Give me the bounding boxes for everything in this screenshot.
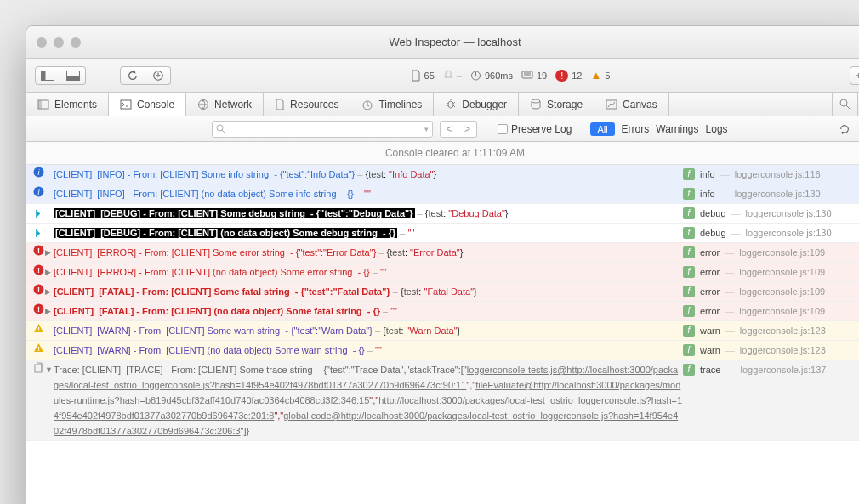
download-button[interactable] — [145, 66, 171, 85]
errors-stat[interactable]: !12 — [555, 70, 582, 82]
tab-search[interactable] — [833, 93, 858, 116]
preserve-log-checkbox[interactable]: Preserve Log — [498, 123, 572, 135]
svg-point-18 — [217, 125, 223, 131]
search-input[interactable] — [225, 124, 424, 134]
log-row-fatal[interactable]: !▶[CLIENT] [FATAL] - From: [CLIENT] (no … — [26, 302, 859, 321]
search-next-button[interactable]: > — [458, 121, 477, 138]
search-prev-button[interactable]: < — [440, 121, 458, 138]
messages-stat[interactable]: 19 — [521, 71, 547, 81]
log-message: [CLIENT] [FATAL] - From: [CLIENT] Some f… — [54, 284, 683, 299]
log-source[interactable]: ftrace—loggerconsole.js:137 — [683, 362, 859, 377]
log-source[interactable]: ferror—loggerconsole.js:109 — [683, 245, 859, 260]
log-row-fatal[interactable]: !▶[CLIENT] [FATAL] - From: [CLIENT] Some… — [26, 282, 859, 302]
zoom-window-button[interactable] — [71, 37, 81, 48]
log-source[interactable]: fwarn—loggerconsole.js:123 — [683, 323, 859, 338]
log-source[interactable]: ferror—loggerconsole.js:109 — [683, 303, 859, 319]
log-source[interactable]: fdebug—loggerconsole.js:130 — [683, 225, 859, 241]
tab-label: Console — [137, 99, 174, 110]
tab-resources[interactable]: Resources — [264, 93, 350, 116]
inspect-element-button[interactable] — [850, 66, 859, 85]
function-icon: f — [683, 305, 695, 317]
tab-network[interactable]: Network — [186, 93, 264, 116]
expand-arrow[interactable]: ▶ — [45, 303, 54, 319]
error-icon: ! — [31, 264, 45, 275]
log-source[interactable]: ferror—loggerconsole.js:109 — [683, 284, 859, 299]
log-row-debug[interactable]: ⏵[CLIENT] [DEBUG] - From: [CLIENT] Some … — [26, 204, 859, 224]
close-window-button[interactable] — [37, 37, 47, 48]
tab-console[interactable]: Console — [109, 93, 186, 116]
tab-label: Network — [214, 99, 252, 110]
source-location: loggerconsole.js:130 — [735, 186, 821, 201]
log-message: [CLIENT] [WARN] - From: [CLIENT] (no dat… — [54, 343, 683, 358]
dock-left-button[interactable] — [35, 66, 60, 85]
resources-count: 65 — [424, 71, 435, 81]
search-dropdown-icon[interactable]: ▾ — [424, 125, 429, 133]
log-row-info[interactable]: i[CLIENT] [INFO] - From: [CLIENT] Some i… — [26, 165, 859, 184]
log-row-warn[interactable]: ![CLIENT] [WARN] - From: [CLIENT] Some w… — [26, 321, 859, 341]
log-source[interactable]: finfo—loggerconsole.js:130 — [683, 186, 859, 201]
source-location: loggerconsole.js:109 — [739, 245, 825, 260]
log-message: Trace: [CLIENT] [TRACE] - From: [CLIENT]… — [54, 362, 683, 439]
expand-arrow[interactable]: ▶ — [45, 264, 54, 280]
tab-label: Resources — [290, 99, 338, 110]
warnings-stat[interactable]: ▲5 — [590, 69, 610, 82]
tab-timelines[interactable]: Timelines — [350, 93, 434, 116]
log-row-error[interactable]: !▶[CLIENT] [ERROR] - From: [CLIENT] (no … — [26, 263, 859, 282]
console-output[interactable]: i[CLIENT] [INFO] - From: [CLIENT] Some i… — [26, 165, 859, 504]
log-message: [CLIENT] [WARN] - From: [CLIENT] Some wa… — [54, 323, 683, 338]
log-row-debug[interactable]: ⏵[CLIENT] [DEBUG] - From: [CLIENT] (no d… — [26, 224, 859, 243]
log-row-trace[interactable]: ▼Trace: [CLIENT] [TRACE] - From: [CLIENT… — [26, 360, 859, 441]
time-stat[interactable]: 960ms — [470, 70, 513, 81]
tab-label: Storage — [547, 99, 583, 110]
log-message: [CLIENT] [FATAL] - From: [CLIENT] (no da… — [54, 303, 683, 319]
filter-logs[interactable]: Logs — [706, 123, 728, 135]
minimize-window-button[interactable] — [54, 37, 64, 48]
log-source[interactable]: finfo—loggerconsole.js:116 — [683, 167, 859, 182]
log-row-error[interactable]: !▶[CLIENT] [ERROR] - From: [CLIENT] Some… — [26, 243, 859, 263]
log-row-warn[interactable]: ![CLIENT] [WARN] - From: [CLIENT] (no da… — [26, 341, 859, 360]
source-location: loggerconsole.js:116 — [735, 167, 821, 182]
function-name: debug — [700, 225, 726, 241]
tab-label: Debugger — [462, 99, 507, 110]
tab-canvas[interactable]: Canvas — [594, 93, 669, 116]
source-location: loggerconsole.js:123 — [740, 323, 826, 338]
tab-debugger[interactable]: Debugger — [434, 93, 519, 116]
svg-text:!: ! — [37, 326, 40, 333]
svg-point-14 — [532, 99, 540, 103]
function-icon: f — [683, 344, 695, 356]
source-location: loggerconsole.js:109 — [739, 303, 825, 319]
source-location: loggerconsole.js:137 — [740, 362, 826, 377]
resources-stat[interactable]: 65 — [411, 70, 435, 82]
debug-icon: ⏵ — [31, 206, 45, 221]
expand-arrow[interactable]: ▼ — [45, 362, 54, 377]
console-search[interactable]: ▾ — [212, 121, 433, 138]
checkbox-icon — [498, 124, 508, 134]
expand-arrow[interactable]: ▶ — [45, 245, 54, 260]
tab-elements[interactable]: Elements — [26, 93, 109, 116]
inspector-window: Web Inspector — localhost 65 – 960ms 19 … — [26, 25, 859, 504]
log-source[interactable]: fwarn—loggerconsole.js:123 — [683, 343, 859, 358]
function-icon: f — [683, 364, 695, 376]
panel-tabs: Elements Console Network Resources Timel… — [26, 93, 859, 116]
function-icon: f — [683, 266, 695, 278]
filter-warnings[interactable]: Warnings — [656, 123, 698, 135]
search-nav: < > — [440, 121, 477, 138]
refresh-console-button[interactable] — [836, 123, 853, 135]
bell-stat[interactable]: – — [443, 70, 462, 82]
filter-all[interactable]: All — [590, 122, 614, 136]
filter-errors[interactable]: Errors — [622, 123, 650, 135]
window-controls — [37, 37, 81, 48]
function-name: info — [700, 186, 715, 201]
log-message: [CLIENT] [ERROR] - From: [CLIENT] (no da… — [54, 264, 683, 280]
function-icon: f — [683, 286, 695, 297]
expand-arrow[interactable]: ▶ — [45, 284, 54, 299]
log-row-info[interactable]: i[CLIENT] [INFO] - From: [CLIENT] (no da… — [26, 184, 859, 204]
log-message: [CLIENT] [ERROR] - From: [CLIENT] Some e… — [54, 245, 683, 260]
dock-bottom-button[interactable] — [60, 66, 86, 85]
log-source[interactable]: ferror—loggerconsole.js:109 — [683, 264, 859, 280]
function-name: info — [700, 167, 715, 182]
svg-point-16 — [840, 99, 847, 106]
tab-storage[interactable]: Storage — [519, 93, 594, 116]
reload-button[interactable] — [120, 66, 145, 85]
log-source[interactable]: fdebug—loggerconsole.js:130 — [683, 206, 859, 221]
